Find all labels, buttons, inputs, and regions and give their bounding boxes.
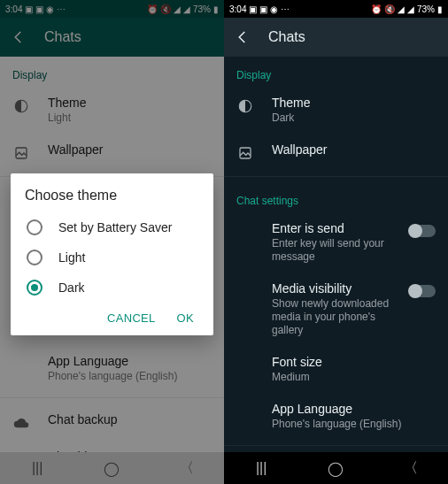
theme-dialog: Choose theme Set by Battery Saver Light … <box>11 173 213 335</box>
media-vis-sub: Show newly downloaded media in your phon… <box>272 297 391 337</box>
content: Display Theme Dark Wallpaper Chat settin… <box>224 57 448 452</box>
font-size-sub: Medium <box>272 371 436 384</box>
enter-send-sub: Enter key will send your message <box>272 237 391 264</box>
row-wallpaper[interactable]: Wallpaper <box>224 134 448 171</box>
section-display: Display <box>224 57 448 87</box>
row-enter-send[interactable]: Enter is send Enter key will send your m… <box>224 212 448 273</box>
cancel-button[interactable]: CANCEL <box>107 311 156 325</box>
status-app-icon: ◉ <box>270 4 278 14</box>
dialog-option-label: Light <box>58 250 85 265</box>
row-media-visibility[interactable]: Media visibility Show newly downloaded m… <box>224 273 448 346</box>
spacer-icon <box>236 223 254 241</box>
back-icon[interactable] <box>235 29 251 45</box>
radio-icon <box>27 250 42 265</box>
radio-icon <box>27 219 42 235</box>
svg-rect-4 <box>240 148 251 158</box>
section-chat-settings: Chat settings <box>224 182 448 212</box>
app-bar: Chats <box>224 18 448 57</box>
wallpaper-title: Wallpaper <box>272 142 436 157</box>
status-more-icon: ⋯ <box>281 4 290 14</box>
row-app-language[interactable]: App Language Phone's language (English) <box>224 393 448 440</box>
row-font-size[interactable]: Font size Medium <box>224 346 448 393</box>
font-size-title: Font size <box>272 355 436 369</box>
enter-send-title: Enter is send <box>272 221 391 235</box>
system-navbar: ||| ◯ 〈 <box>224 452 448 484</box>
back-button[interactable]: 〈 <box>393 459 429 478</box>
mute-icon: 🔇 <box>384 4 395 14</box>
media-vis-title: Media visibility <box>272 281 391 296</box>
theme-icon <box>236 97 254 115</box>
dialog-title: Choose theme <box>25 188 199 204</box>
home-button[interactable]: ◯ <box>318 460 353 477</box>
toggle-switch[interactable] <box>409 285 436 297</box>
row-chat-backup[interactable]: Chat backup <box>224 451 448 452</box>
wallpaper-icon <box>236 144 254 162</box>
toggle-switch[interactable] <box>409 225 436 237</box>
spacer-icon <box>236 357 254 374</box>
dialog-option-battery[interactable]: Set by Battery Saver <box>25 212 199 242</box>
ok-button[interactable]: OK <box>177 311 194 325</box>
dialog-option-dark[interactable]: Dark <box>25 273 199 303</box>
status-app-icon: ▣ <box>249 4 257 14</box>
spacer-icon <box>236 403 254 421</box>
dialog-option-label: Set by Battery Saver <box>58 220 172 234</box>
row-theme[interactable]: Theme Dark <box>224 87 448 134</box>
screenshot-left: 3:04 ▣ ▣ ◉ ⋯ ⏰ 🔇 ◢ ◢ 73% ▮ Chats Display… <box>0 0 224 484</box>
battery-icon: ▮ <box>437 4 443 14</box>
theme-title: Theme <box>272 96 436 110</box>
radio-icon <box>27 280 42 296</box>
screenshot-right: 3:04 ▣ ▣ ◉ ⋯ ⏰ 🔇 ◢ ◢ 73% ▮ Chats Display… <box>224 0 448 484</box>
dialog-option-light[interactable]: Light <box>25 242 199 273</box>
status-app-icon: ▣ <box>259 4 267 14</box>
spacer-icon <box>236 283 254 301</box>
status-bar: 3:04 ▣ ▣ ◉ ⋯ ⏰ 🔇 ◢ ◢ 73% ▮ <box>224 0 448 18</box>
signal-icon: ◢ <box>407 4 414 14</box>
theme-sub: Dark <box>272 111 436 125</box>
recents-button[interactable]: ||| <box>243 460 279 476</box>
alarm-icon: ⏰ <box>371 4 382 14</box>
dialog-option-label: Dark <box>58 280 85 295</box>
status-time: 3:04 <box>229 4 246 14</box>
app-language-sub: Phone's language (English) <box>272 418 436 431</box>
app-language-title: App Language <box>272 402 436 416</box>
appbar-title: Chats <box>268 29 305 45</box>
battery-pct: 73% <box>417 4 435 14</box>
signal-icon: ◢ <box>398 4 405 14</box>
